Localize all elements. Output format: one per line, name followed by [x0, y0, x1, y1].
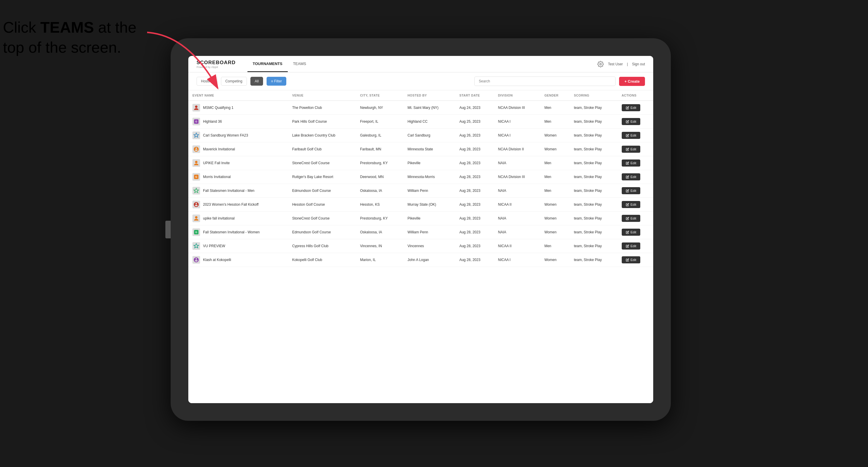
table-row: 2023 Women's Hesston Fall Kickoff Hessto… — [188, 198, 653, 212]
cell-city-state: Prestonsburg, KY — [356, 212, 403, 225]
cell-scoring: team, Stroke Play — [570, 156, 618, 170]
side-tab — [165, 221, 170, 238]
cell-gender: Women — [540, 143, 570, 156]
cell-city-state: Newburgh, NY — [356, 101, 403, 115]
event-icon — [192, 131, 200, 139]
toolbar: Hosting Competing All ≡ Filter + Create — [188, 72, 653, 90]
cell-event-name: 2023 Women's Hesston Fall Kickoff — [188, 198, 288, 212]
cell-division: NAIA — [494, 156, 540, 170]
event-name-text: Klash at Kokopelli — [203, 258, 231, 262]
edit-button[interactable]: Edit — [622, 256, 641, 263]
cell-hosted-by: Vincennes — [403, 239, 455, 253]
event-name-text: Fall Statesmen Invitational - Women — [203, 230, 260, 234]
table-row: MSMC Qualifying 1 The Powelton Club Newb… — [188, 101, 653, 115]
cell-event-name: G Highland 36 — [188, 115, 288, 129]
col-division: DIVISION — [494, 90, 540, 101]
edit-button[interactable]: Edit — [622, 215, 641, 222]
all-button[interactable]: All — [250, 77, 263, 86]
cell-venue: Edmundson Golf Course — [288, 225, 356, 239]
cell-division: NCAA Division III — [494, 170, 540, 184]
cell-event-name: upike fall invitational — [188, 212, 288, 225]
edit-button[interactable]: Edit — [622, 159, 641, 166]
edit-button[interactable]: Edit — [622, 146, 641, 153]
logo-subtitle: Powered by clippit — [196, 66, 236, 68]
table-row: Maverick Invitational Faribault Golf Clu… — [188, 143, 653, 156]
edit-button[interactable]: Edit — [622, 104, 641, 111]
cell-venue: Park Hills Golf Course — [288, 115, 356, 129]
table-row: G Morris Invitational Ruttger's Bay Lake… — [188, 170, 653, 184]
hosting-button[interactable]: Hosting — [196, 77, 217, 86]
edit-icon — [626, 245, 629, 248]
col-start-date: START DATE — [455, 90, 494, 101]
filter-button[interactable]: ≡ Filter — [267, 77, 286, 86]
event-icon — [192, 104, 200, 112]
svg-point-1 — [600, 63, 601, 65]
create-button[interactable]: + Create — [619, 77, 645, 86]
cell-city-state: Oskaloosa, IA — [356, 184, 403, 198]
cell-venue: Ruttger's Bay Lake Resort — [288, 170, 356, 184]
tab-tournaments[interactable]: TOURNAMENTS — [247, 56, 288, 72]
event-name-text: VU PREVIEW — [203, 244, 225, 248]
edit-icon — [626, 134, 629, 137]
competing-button[interactable]: Competing — [221, 77, 247, 86]
cell-actions: Edit — [618, 170, 653, 184]
search-box — [474, 76, 616, 86]
cell-city-state: Marion, IL — [356, 253, 403, 267]
cell-event-name: Fall Statesmen Invitational - Men — [188, 184, 288, 198]
edit-button[interactable]: Edit — [622, 229, 641, 236]
cell-start-date: Aug 28, 2023 — [455, 198, 494, 212]
cell-scoring: team, Stroke Play — [570, 225, 618, 239]
cell-actions: Edit — [618, 156, 653, 170]
svg-text:G: G — [195, 231, 197, 234]
cell-gender: Women — [540, 253, 570, 267]
cell-gender: Men — [540, 239, 570, 253]
sign-out-link[interactable]: Sign out — [632, 62, 645, 66]
edit-button[interactable]: Edit — [622, 132, 641, 139]
edit-icon — [626, 161, 629, 165]
tournament-table: EVENT NAME VENUE CITY, STATE HOSTED BY S… — [188, 90, 653, 267]
event-name-text: 2023 Women's Hesston Fall Kickoff — [203, 203, 259, 207]
svg-point-8 — [195, 216, 197, 219]
cell-event-name: MSMC Qualifying 1 — [188, 101, 288, 115]
edit-button[interactable]: Edit — [622, 243, 641, 250]
cell-city-state: Vincennes, IN — [356, 239, 403, 253]
event-icon — [192, 242, 200, 250]
settings-icon[interactable] — [597, 61, 604, 67]
event-icon — [192, 256, 200, 264]
cell-actions: Edit — [618, 198, 653, 212]
col-event-name: EVENT NAME — [188, 90, 288, 101]
edit-button[interactable]: Edit — [622, 173, 641, 180]
cell-venue: Edmundson Golf Course — [288, 184, 356, 198]
cell-division: NICAA II — [494, 198, 540, 212]
cell-gender: Women — [540, 212, 570, 225]
cell-hosted-by: John A Logan — [403, 253, 455, 267]
cell-city-state: Deerwood, MN — [356, 170, 403, 184]
event-name-text: Highland 36 — [203, 120, 222, 124]
edit-icon — [626, 217, 629, 220]
cell-division: NICAA I — [494, 253, 540, 267]
edit-button[interactable]: Edit — [622, 201, 641, 208]
tab-teams[interactable]: TEAMS — [288, 56, 312, 72]
edit-icon — [626, 203, 629, 206]
edit-button[interactable]: Edit — [622, 187, 641, 194]
cell-actions: Edit — [618, 212, 653, 225]
logo-area: SCOREBOARD Powered by clippit — [196, 60, 236, 68]
cell-start-date: Aug 28, 2023 — [455, 170, 494, 184]
cell-start-date: Aug 28, 2023 — [455, 253, 494, 267]
tournament-table-wrapper: EVENT NAME VENUE CITY, STATE HOSTED BY S… — [188, 90, 653, 403]
cell-hosted-by: Highland CC — [403, 115, 455, 129]
cell-event-name: Maverick Invitational — [188, 143, 288, 156]
cell-division: NICAA II — [494, 239, 540, 253]
table-header: EVENT NAME VENUE CITY, STATE HOSTED BY S… — [188, 90, 653, 101]
search-input[interactable] — [474, 76, 616, 86]
edit-button[interactable]: Edit — [622, 118, 641, 125]
cell-division: NAIA — [494, 184, 540, 198]
cell-city-state: Hesston, KS — [356, 198, 403, 212]
cell-scoring: team, Stroke Play — [570, 184, 618, 198]
cell-start-date: Aug 24, 2023 — [455, 101, 494, 115]
cell-gender: Men — [540, 156, 570, 170]
cell-start-date: Aug 28, 2023 — [455, 239, 494, 253]
cell-city-state: Oskaloosa, IA — [356, 225, 403, 239]
cell-start-date: Aug 25, 2023 — [455, 115, 494, 129]
svg-text:G: G — [195, 176, 197, 178]
